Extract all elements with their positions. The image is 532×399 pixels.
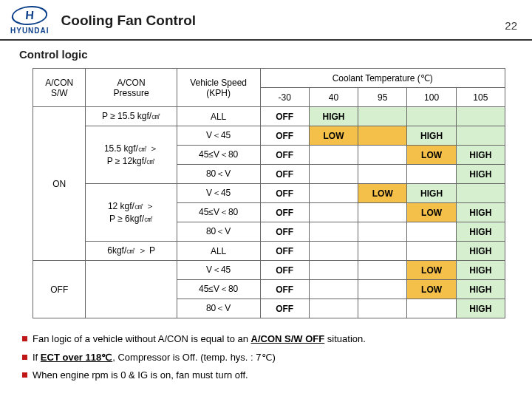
cell-cont xyxy=(456,184,505,203)
cell-off: OFF xyxy=(260,184,309,203)
note-text: Fan logic of a vehicle without A/CON is … xyxy=(33,333,251,344)
note-3: When engine rpm is 0 & IG is on, fan mus… xyxy=(22,366,510,385)
cell-low: LOW xyxy=(407,146,456,165)
th-speed: Vehicle Speed (KPH) xyxy=(177,69,260,107)
table-row: 15.5 kgf/㎠ ＞ P ≥ 12kgf/㎠ V＜45 OFF LOW HI… xyxy=(33,126,505,146)
cell-high: HIGH xyxy=(456,280,505,299)
th-pressure: A/CON Pressure xyxy=(86,69,177,107)
cell-empty xyxy=(309,184,358,203)
logo-letter: H xyxy=(24,9,35,22)
logo-oval: H xyxy=(10,6,50,25)
note-2: If ECT over 118℃, Compressor is Off. (te… xyxy=(22,349,510,367)
cell-speed: ALL xyxy=(177,107,260,126)
cell-empty xyxy=(358,165,407,184)
cell-low: LOW xyxy=(358,184,407,203)
note-text: If xyxy=(33,352,41,363)
cell-high: HIGH xyxy=(407,126,456,146)
bullet-icon xyxy=(22,372,27,378)
cell-pressure: 15.5 kgf/㎠ ＞ P ≥ 12kgf/㎠ xyxy=(86,126,177,184)
cell-speed: 45≤V＜80 xyxy=(177,203,260,222)
cell-low: LOW xyxy=(309,126,358,146)
table-row: ON P ≥ 15.5 kgf/㎠ ALL OFF HIGH xyxy=(33,107,505,126)
cell-low: LOW xyxy=(407,203,456,222)
note-1: Fan logic of a vehicle without A/CON is … xyxy=(22,330,510,349)
logo: H HYUNDAI xyxy=(10,6,50,35)
bullet-icon xyxy=(22,355,27,360)
cell-speed: V＜45 xyxy=(177,126,260,146)
cell-off: OFF xyxy=(260,107,309,126)
cell-empty xyxy=(358,242,407,261)
cell-high: HIGH xyxy=(456,165,505,184)
cell-cont xyxy=(456,107,505,126)
cell-empty xyxy=(309,222,358,242)
th-t2: 95 xyxy=(358,88,407,107)
header: H HYUNDAI Cooling Fan Control 22 xyxy=(0,0,532,41)
cell-off: OFF xyxy=(260,242,309,261)
cell-low: LOW xyxy=(407,280,456,299)
cell-speed: 45≤V＜80 xyxy=(177,280,260,299)
cell-speed: V＜45 xyxy=(177,184,260,203)
th-t4: 105 xyxy=(456,88,505,107)
note-text: When engine rpm is 0 & IG is on, fan mus… xyxy=(33,369,248,381)
bullet-icon xyxy=(22,336,27,341)
cell-empty xyxy=(358,280,407,299)
note-text: , Compressor is Off. (temp. hys. : 7℃) xyxy=(112,352,276,363)
cell-high: HIGH xyxy=(456,203,505,222)
cell-empty xyxy=(309,146,358,165)
cell-high: HIGH xyxy=(456,261,505,280)
notes: Fan logic of a vehicle without A/CON is … xyxy=(0,318,532,385)
cell-empty xyxy=(309,299,358,318)
control-logic-table: A/CON S/W A/CON Pressure Vehicle Speed (… xyxy=(33,68,505,318)
cell-pressure: 6kgf/㎠ ＞ P xyxy=(86,242,177,261)
cell-off: OFF xyxy=(260,261,309,280)
cell-pressure-empty xyxy=(86,261,177,318)
cell-high: HIGH xyxy=(407,184,456,203)
cell-low: LOW xyxy=(407,261,456,280)
cell-pressure: P ≥ 15.5 kgf/㎠ xyxy=(86,107,177,126)
cell-high: HIGH xyxy=(456,299,505,318)
cell-off: OFF xyxy=(260,299,309,318)
cell-speed: 80＜V xyxy=(177,222,260,242)
page-title: Cooling Fan Control xyxy=(61,13,197,29)
cell-speed: 80＜V xyxy=(177,165,260,184)
th-temp: Coolant Temperature (℃) xyxy=(260,69,505,88)
th-t0: -30 xyxy=(260,88,309,107)
cell-cont xyxy=(358,107,407,126)
cell-empty xyxy=(407,222,456,242)
cell-cont xyxy=(407,107,456,126)
cell-off: OFF xyxy=(260,203,309,222)
cell-cont xyxy=(456,126,505,146)
cell-empty xyxy=(407,165,456,184)
table-row: 12 kgf/㎠ ＞ P ≥ 6kgf/㎠ V＜45 OFF LOW HIGH xyxy=(33,184,505,203)
cell-high: HIGH xyxy=(456,222,505,242)
cell-empty xyxy=(358,222,407,242)
cell-empty xyxy=(309,242,358,261)
note-text: situation. xyxy=(324,333,366,344)
page-number: 22 xyxy=(505,9,517,32)
cell-high: HIGH xyxy=(456,242,505,261)
cell-pressure: 12 kgf/㎠ ＞ P ≥ 6kgf/㎠ xyxy=(86,184,177,242)
cell-off: OFF xyxy=(260,126,309,146)
cell-empty xyxy=(309,261,358,280)
note-underline: A/CON S/W OFF xyxy=(251,333,325,344)
cell-off: OFF xyxy=(260,146,309,165)
cell-empty xyxy=(309,203,358,222)
th-t3: 100 xyxy=(407,88,456,107)
th-sw: A/CON S/W xyxy=(33,69,86,107)
section-title: Control logic xyxy=(19,48,513,61)
cell-off: OFF xyxy=(260,222,309,242)
cell-empty xyxy=(358,146,407,165)
cell-high: HIGH xyxy=(309,107,358,126)
cell-empty xyxy=(358,299,407,318)
cell-cont xyxy=(358,126,407,146)
cell-speed: 80＜V xyxy=(177,299,260,318)
note-underline: ECT over 118℃ xyxy=(41,352,112,363)
cell-high: HIGH xyxy=(456,146,505,165)
cell-off: OFF xyxy=(260,165,309,184)
cell-empty xyxy=(309,165,358,184)
table-row: OFF V＜45 OFF LOW HIGH xyxy=(33,261,505,280)
th-t1: 40 xyxy=(309,88,358,107)
cell-speed: 45≤V＜80 xyxy=(177,146,260,165)
cell-empty xyxy=(358,203,407,222)
cell-sw-on: ON xyxy=(33,107,86,261)
